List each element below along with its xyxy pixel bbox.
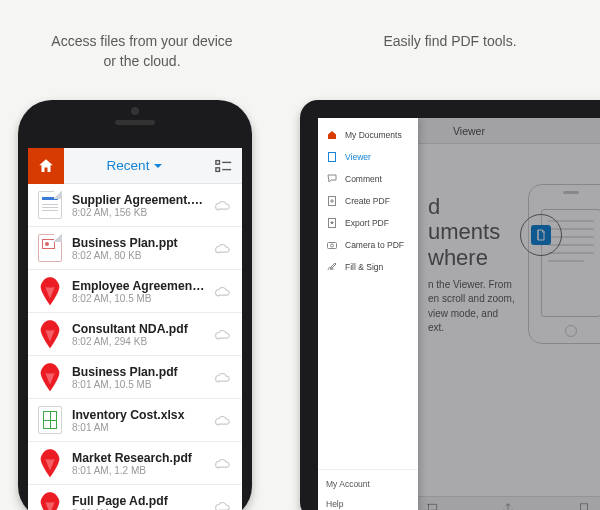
file-name: Business Plan.pdf <box>72 365 206 379</box>
menu-item-label: Fill & Sign <box>345 262 383 272</box>
tab-label: Recent <box>107 158 150 173</box>
cloud-icon <box>214 456 232 470</box>
pdf-icon <box>36 447 64 480</box>
file-name: Consultant NDA.pdf <box>72 322 206 336</box>
home-icon <box>326 129 338 141</box>
pdf-icon <box>36 490 64 510</box>
xls-icon <box>38 406 62 434</box>
svg-rect-4 <box>329 153 336 162</box>
menu-item-label: My Account <box>326 479 370 489</box>
cloud-icon <box>214 327 232 341</box>
tools-menu: My DocumentsViewerCommentCreate PDFExpor… <box>318 118 418 510</box>
cloud-icon <box>214 241 232 255</box>
svg-rect-7 <box>328 243 337 249</box>
ppt-icon <box>38 234 62 262</box>
pdf-icon <box>36 361 64 394</box>
view-toggle-button[interactable] <box>206 159 242 173</box>
menu-item-camera[interactable]: Camera to PDF <box>318 234 418 256</box>
file-name: Supplier Agreement.docx <box>72 193 206 207</box>
menu-item-label: My Documents <box>345 130 402 140</box>
file-meta: 8:01 AM, 10.5 MB <box>72 379 206 390</box>
tablet-screen: ‹ Viewer dumentswhere n the Viewer. From… <box>318 118 600 510</box>
menu-item-label: Camera to PDF <box>345 240 404 250</box>
menu-item-home[interactable]: My Documents <box>318 124 418 146</box>
export-icon <box>326 217 338 229</box>
file-row[interactable]: Business Plan.ppt8:02 AM, 80 KB <box>28 227 242 270</box>
menu-item-my-account[interactable]: My Account <box>318 474 418 494</box>
file-meta: 8:02 AM, 294 KB <box>72 336 206 347</box>
menu-item-export[interactable]: Export PDF <box>318 212 418 234</box>
list-view-icon <box>215 159 233 173</box>
tablet-device-frame: ‹ Viewer dumentswhere n the Viewer. From… <box>300 100 600 510</box>
svg-point-8 <box>331 244 334 247</box>
cloud-icon <box>214 499 232 510</box>
file-list: Supplier Agreement.docx8:02 AM, 156 KBBu… <box>28 184 242 510</box>
cloud-icon <box>214 370 232 384</box>
viewer-icon <box>326 151 338 163</box>
file-meta: 8:02 AM, 10.5 MB <box>72 293 206 304</box>
menu-item-comment[interactable]: Comment <box>318 168 418 190</box>
menu-item-label: Export PDF <box>345 218 389 228</box>
cloud-icon <box>214 284 232 298</box>
file-row[interactable]: Inventory Cost.xlsx8:01 AM <box>28 399 242 442</box>
menu-item-label: Help <box>326 499 343 509</box>
menu-item-label: Create PDF <box>345 196 390 206</box>
tab-recent[interactable]: Recent <box>64 158 206 173</box>
home-icon <box>37 157 55 175</box>
menu-item-create[interactable]: Create PDF <box>318 190 418 212</box>
caption-access-files: Access files from your deviceor the clou… <box>12 32 272 71</box>
file-meta: 8:01 AM, 1.2 MB <box>72 465 206 476</box>
caption-find-tools: Easily find PDF tools. <box>310 32 590 52</box>
home-button[interactable] <box>28 148 64 184</box>
pdf-icon <box>36 318 64 351</box>
phone-toolbar: Recent <box>28 148 242 184</box>
sign-icon <box>326 261 338 273</box>
file-name: Employee Agreement.pdf <box>72 279 206 293</box>
file-row[interactable]: Employee Agreement.pdf8:02 AM, 10.5 MB <box>28 270 242 313</box>
chevron-down-icon <box>153 161 163 171</box>
svg-rect-0 <box>216 160 220 164</box>
file-row[interactable]: Full Page Ad.pdf8:01 AM <box>28 485 242 510</box>
cloud-icon <box>214 198 232 212</box>
file-meta: 8:02 AM, 156 KB <box>72 207 206 218</box>
comment-icon <box>326 173 338 185</box>
create-icon <box>326 195 338 207</box>
file-meta: 8:02 AM, 80 KB <box>72 250 206 261</box>
menu-item-help[interactable]: Help <box>318 494 418 510</box>
file-meta: 8:01 AM <box>72 422 206 433</box>
phone-screen: Recent Supplier Agreement.docx8:02 AM, 1… <box>28 148 242 510</box>
file-row[interactable]: Market Research.pdf8:01 AM, 1.2 MB <box>28 442 242 485</box>
phone-device-frame: Recent Supplier Agreement.docx8:02 AM, 1… <box>18 100 252 510</box>
doc-icon <box>38 191 62 219</box>
file-name: Inventory Cost.xlsx <box>72 408 206 422</box>
menu-item-label: Comment <box>345 174 382 184</box>
svg-rect-2 <box>216 167 220 171</box>
camera-icon <box>326 239 338 251</box>
file-name: Full Page Ad.pdf <box>72 494 206 508</box>
file-row[interactable]: Supplier Agreement.docx8:02 AM, 156 KB <box>28 184 242 227</box>
file-name: Market Research.pdf <box>72 451 206 465</box>
menu-item-label: Viewer <box>345 152 371 162</box>
menu-item-viewer[interactable]: Viewer <box>318 146 418 168</box>
file-row[interactable]: Business Plan.pdf8:01 AM, 10.5 MB <box>28 356 242 399</box>
file-name: Business Plan.ppt <box>72 236 206 250</box>
file-row[interactable]: Consultant NDA.pdf8:02 AM, 294 KB <box>28 313 242 356</box>
pdf-icon <box>36 275 64 308</box>
cloud-icon <box>214 413 232 427</box>
menu-item-sign[interactable]: Fill & Sign <box>318 256 418 278</box>
